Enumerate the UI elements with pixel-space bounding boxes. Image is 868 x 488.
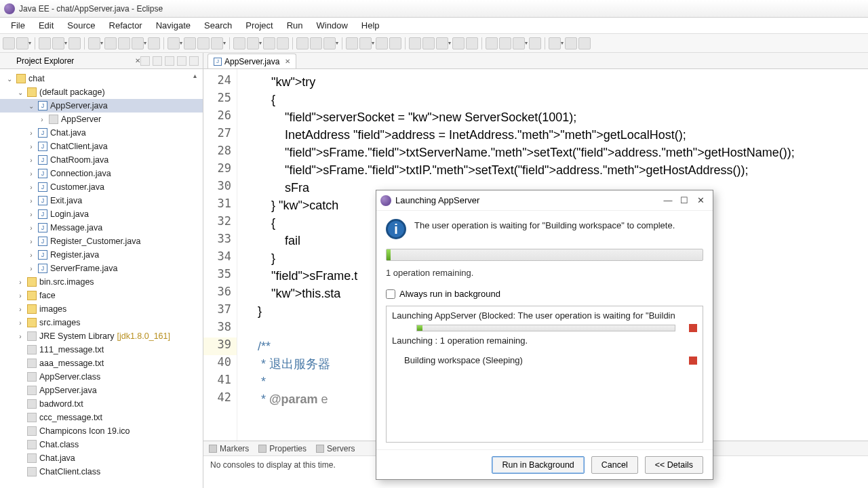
toolbar-button[interactable] <box>466 37 478 49</box>
link-editor-icon[interactable] <box>153 56 162 66</box>
toolbar-button[interactable] <box>529 37 541 49</box>
tree-item[interactable]: ›src.images <box>0 316 203 329</box>
minimize-icon[interactable] <box>177 56 186 66</box>
cancel-button[interactable]: Cancel <box>591 456 638 474</box>
tab-markers[interactable]: Markers <box>209 444 249 453</box>
tree-item[interactable]: badword.txt <box>0 397 203 411</box>
tab-properties[interactable]: Properties <box>258 444 307 453</box>
toolbar-button[interactable] <box>409 37 421 49</box>
project-tree[interactable]: ▴ ⌄chat⌄(default package)⌄AppServer.java… <box>0 69 203 488</box>
tree-item[interactable]: ›Message.java <box>0 221 203 235</box>
tree-item[interactable]: ›Customer.java <box>0 180 203 194</box>
scroll-up-icon[interactable]: ▴ <box>193 72 201 80</box>
stop-icon[interactable] <box>689 357 697 365</box>
tree-item[interactable]: Chat.java <box>0 451 203 465</box>
tree-item[interactable]: ›ServerFrame.java <box>0 262 203 275</box>
menu-run[interactable]: Run <box>280 19 310 32</box>
maximize-icon[interactable]: ☐ <box>676 194 692 207</box>
tree-item[interactable]: ›ChatClient.java <box>0 140 203 153</box>
tree-item[interactable]: Champicons Icon 19.ico <box>0 424 203 438</box>
toolbar-button[interactable] <box>499 37 511 49</box>
toolbar-button[interactable] <box>52 37 64 49</box>
tree-item[interactable]: ⌄chat <box>0 72 203 85</box>
tab-servers[interactable]: Servers <box>316 444 355 453</box>
tree-item[interactable]: ⌄(default package) <box>0 85 203 99</box>
toolbar-button[interactable] <box>549 37 561 49</box>
toolbar-button[interactable] <box>422 37 435 49</box>
close-icon[interactable]: ✕ <box>285 58 290 65</box>
toolbar-button[interactable] <box>277 37 289 49</box>
tree-item[interactable]: ›face <box>0 289 203 302</box>
toolbar-button[interactable] <box>132 37 144 49</box>
always-background-checkbox[interactable] <box>386 289 395 299</box>
menu-navigate[interactable]: Navigate <box>149 19 197 32</box>
project-explorer-title: Project Explorer <box>16 56 132 66</box>
close-icon[interactable]: ✕ <box>135 57 140 64</box>
run-background-button[interactable]: Run in Background <box>492 456 584 474</box>
toolbar-button[interactable] <box>211 37 223 49</box>
toolbar-button[interactable] <box>16 37 28 49</box>
toolbar-button[interactable] <box>148 37 160 49</box>
close-icon[interactable]: ✕ <box>692 194 709 207</box>
tree-item[interactable]: ›images <box>0 302 203 316</box>
toolbar-button[interactable] <box>197 37 210 49</box>
toolbar-button[interactable] <box>346 37 358 49</box>
tree-item[interactable]: AppServer.java <box>0 384 203 397</box>
tree-item[interactable]: ›Chat.java <box>0 126 203 140</box>
details-button[interactable]: << Details <box>645 456 703 474</box>
menu-window[interactable]: Window <box>310 19 355 32</box>
toolbar-button[interactable] <box>359 37 372 49</box>
toolbar-button[interactable] <box>39 37 51 49</box>
toolbar-button[interactable] <box>436 37 448 49</box>
tree-item[interactable]: aaa_message.txt <box>0 357 203 370</box>
toolbar-button[interactable] <box>167 37 180 49</box>
toolbar-button[interactable] <box>513 37 525 49</box>
stop-icon[interactable] <box>689 324 697 332</box>
tree-item[interactable]: ›ChatRoom.java <box>0 153 203 167</box>
toolbar-button[interactable] <box>578 37 591 49</box>
collapse-all-icon[interactable] <box>140 56 150 66</box>
tree-item[interactable]: ChatClient.class <box>0 465 203 479</box>
menu-search[interactable]: Search <box>197 19 239 32</box>
minimize-icon[interactable]: — <box>660 194 676 207</box>
toolbar-button[interactable] <box>263 37 275 49</box>
menu-help[interactable]: Help <box>355 19 387 32</box>
menu-edit[interactable]: Edit <box>32 19 60 32</box>
tree-item[interactable]: ›Exit.java <box>0 194 203 207</box>
tree-item[interactable]: ⌄AppServer.java <box>0 99 203 113</box>
toolbar-button[interactable] <box>486 37 498 49</box>
toolbar-button[interactable] <box>88 37 100 49</box>
view-menu-icon[interactable] <box>165 56 174 66</box>
menu-source[interactable]: Source <box>60 19 102 32</box>
tree-item[interactable]: ›Login.java <box>0 207 203 221</box>
tree-item[interactable]: ccc_message.txt <box>0 411 203 424</box>
toolbar-button[interactable] <box>68 37 81 49</box>
toolbar-button[interactable] <box>233 37 245 49</box>
tree-item[interactable]: ›Register.java <box>0 248 203 262</box>
tree-item[interactable]: AppServer.class <box>0 370 203 384</box>
toolbar-button[interactable] <box>565 37 577 49</box>
toolbar-button[interactable] <box>104 37 117 49</box>
tree-item[interactable]: ›AppServer <box>0 113 203 126</box>
toolbar-button[interactable] <box>323 37 336 49</box>
toolbar-button[interactable] <box>310 37 322 49</box>
tree-item[interactable]: ›JRE System Library[jdk1.8.0_161] <box>0 329 203 343</box>
menu-project[interactable]: Project <box>239 19 279 32</box>
maximize-icon[interactable] <box>189 56 199 66</box>
tab-appserver[interactable]: J AppServer.java ✕ <box>208 54 296 68</box>
tree-item[interactable]: Chat.class <box>0 438 203 451</box>
menu-refactor[interactable]: Refactor <box>102 19 149 32</box>
toolbar-button[interactable] <box>247 37 259 49</box>
toolbar-button[interactable] <box>184 37 196 49</box>
tree-item[interactable]: ›Register_Customer.java <box>0 235 203 248</box>
menu-file[interactable]: File <box>4 19 32 32</box>
toolbar-button[interactable] <box>3 37 15 49</box>
toolbar-button[interactable] <box>118 37 130 49</box>
tree-item[interactable]: ›Connection.java <box>0 167 203 180</box>
toolbar-button[interactable] <box>452 37 465 49</box>
tree-item[interactable]: 111_message.txt <box>0 343 203 357</box>
toolbar-button[interactable] <box>389 37 401 49</box>
toolbar-button[interactable] <box>296 37 309 49</box>
tree-item[interactable]: ›bin.src.images <box>0 275 203 289</box>
toolbar-button[interactable] <box>376 37 388 49</box>
